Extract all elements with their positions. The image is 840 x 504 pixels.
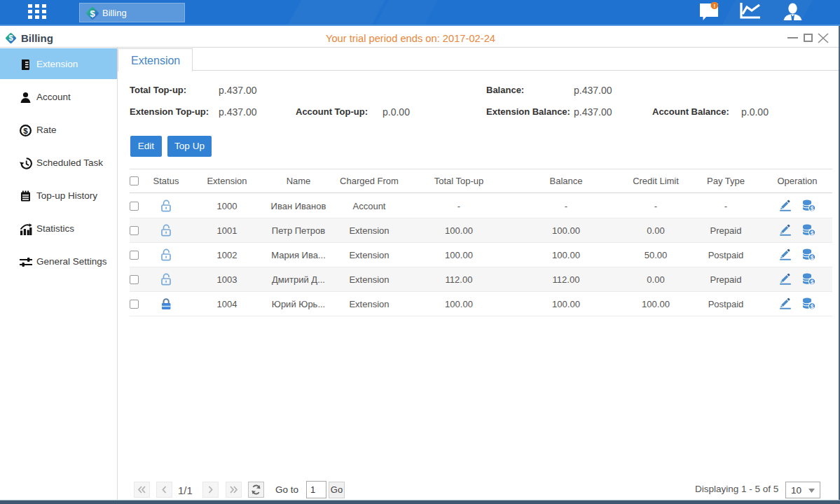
svg-text:$: $ bbox=[810, 303, 813, 310]
svg-text:$: $ bbox=[90, 8, 95, 19]
svg-text:$: $ bbox=[23, 127, 28, 135]
svg-text:$: $ bbox=[810, 279, 813, 286]
svg-text:$: $ bbox=[810, 230, 813, 237]
svg-text:$: $ bbox=[810, 205, 813, 212]
svg-text:!: ! bbox=[713, 3, 715, 9]
svg-text:$: $ bbox=[810, 254, 813, 261]
